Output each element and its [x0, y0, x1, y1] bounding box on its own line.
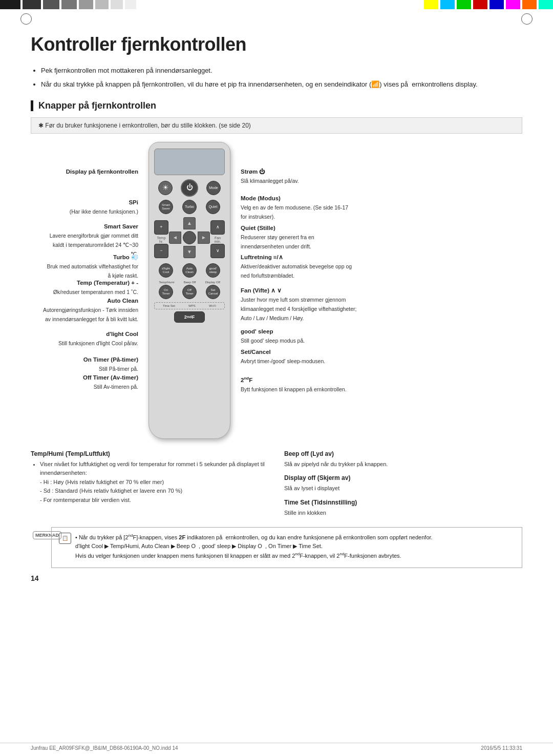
footer-left: Junfrau EE_AR09FSFK@_IB&IM_DB68-06190A-0… [31, 745, 178, 751]
temp-up-btn[interactable]: + [154, 220, 168, 235]
remote-section: Display på fjernkontrollen SPi (Har ikke… [31, 142, 522, 439]
beep-off-desc: Slå av pipelyd når du trykker på knappen… [284, 460, 522, 469]
remote-row-3: + Temphr. − ▲ ◄ ► ▼ ∧ Fanmin. [154, 217, 225, 261]
turbo-btn[interactable]: Turbo [182, 200, 197, 214]
wps-wifi-section: Time Set WPS Wi-Fi [154, 302, 225, 309]
off-timer-btn[interactable]: OffTimer [182, 285, 197, 299]
smart-saver-btn[interactable]: SmartSaver [159, 200, 173, 214]
remote-row-5: OnTimer OffTimer SetCancel [154, 285, 225, 299]
gray-block-7 [111, 0, 123, 9]
sub-labels-1: Temp/Humi Beep Off Display Off [154, 281, 225, 284]
top-color-bar [0, 0, 553, 9]
display-off-title: Display off (Skjerm av) [284, 473, 522, 482]
ann-off-timer: Off Timer (Av-timer) Still Av-timeren på… [46, 372, 138, 391]
red-block [473, 0, 487, 9]
footer-right: 2016/5/5 11:33:31 [481, 745, 522, 751]
time-set-label: Time Set [163, 304, 175, 307]
quiet-btn[interactable]: Quiet [206, 200, 220, 214]
ann-display: Display på fjernkontrollen [66, 166, 138, 176]
display-off-desc: Slå av lyset i displayet [284, 484, 522, 493]
remote-screen [154, 149, 225, 175]
bottom-section: Temp/Humi (Temp/Luftfukt) Viser nivået f… [31, 449, 522, 522]
display-off-label: Display Off [205, 281, 220, 284]
reg-mark-left [20, 13, 32, 25]
merknad-box: 📋 • Når du trykker på [2ndF]-knappen, vi… [51, 527, 522, 568]
sun-btn[interactable]: ☀ [158, 181, 173, 195]
nav-down-btn[interactable]: ▼ [183, 246, 196, 258]
temp-humi-item-1: Viser nivået for luftfuktighet og verdi … [40, 460, 269, 478]
merknad-line-1: • Når du trykker på [2ndF]-knappen, vise… [75, 533, 433, 542]
remote-body: ☀ ⏻ Mode SmartSaver Turbo Quiet + Temphr… [148, 142, 230, 439]
fan-btn-group: ∧ Fanmin. ∨ [210, 220, 225, 258]
merknad-line-3: Hvis du velger funksjonen under knappen … [75, 551, 433, 560]
ann-turbo: Turbo 💨 Bruk med automatisk viftehastigh… [46, 252, 138, 280]
ann-set-cancel: Set/Cancel Avbryt timer-/good' sleep-mod… [241, 347, 353, 365]
page-number: 14 [31, 574, 522, 582]
ann-temp: Temp (Temperatur) + - Øk/reduser tempera… [46, 278, 138, 296]
page-title: Kontroller fjernkontrollen [31, 34, 522, 55]
magenta-block [506, 0, 520, 9]
ann-fan: Fan (Vifte) ∧ ∨ Juster hvor mye luft som… [241, 285, 358, 322]
set-cancel-btn[interactable]: SetCancel [206, 285, 220, 299]
top-bar-left [0, 0, 276, 9]
fan-down-btn[interactable]: ∨ [210, 244, 225, 258]
left-annotations: Display på fjernkontrollen SPi (Har ikke… [31, 142, 143, 439]
beep-off-label: Beep Off [184, 281, 196, 284]
gray-block-8 [125, 0, 136, 9]
beep-off-title: Beep off (Lyd av) [284, 449, 522, 458]
merknad-wrapper: MERKNAD 📋 • Når du trykker på [2ndF]-kna… [51, 527, 522, 568]
gray-block-1 [0, 0, 20, 9]
intro-bullets: Pek fjernkontrollen mot mottakeren på in… [31, 66, 522, 90]
right-annotations: Strøm ⏻ Slå klimaanlegget på/av. Mode (M… [236, 142, 522, 439]
merknad-line-2: d'light Cool ▶ Temp/Humi, Auto Clean ▶ B… [75, 542, 433, 551]
remote-row-1: ☀ ⏻ Mode [154, 179, 225, 197]
nav-right-btn[interactable]: ► [198, 232, 210, 244]
dlight-cool-btn[interactable]: d'lightCool [159, 263, 173, 278]
gray-blocks [0, 0, 136, 9]
auto-clean-btn[interactable]: AutoClean [182, 263, 197, 278]
temp-humi-desc: Viser nivået for luftfuktighet og verdi … [31, 460, 269, 505]
nav-left-btn[interactable]: ◄ [169, 232, 181, 244]
page-content: Kontroller fjernkontrollen Pek fjernkont… [0, 29, 553, 598]
ann-luftretning: Luftretning ≡/∧ Aktiver/deaktiver automa… [241, 252, 358, 280]
page-footer: Junfrau EE_AR09FSFK@_IB&IM_DB68-06190A-0… [0, 743, 553, 751]
temp-btn-group: + Temphr. − [154, 220, 168, 258]
ann-quiet: Quiet (Stille) Reduserer støy generert f… [241, 223, 353, 250]
fan-up-btn[interactable]: ∧ [210, 220, 225, 235]
wifi-label: Wi-Fi [209, 304, 216, 307]
rom-item: - For romtemperatur blir verdien vist. [40, 496, 269, 505]
temp-humi-label: Temp/Humi [159, 281, 174, 284]
2ndf-btn[interactable]: 2nd F [174, 311, 205, 323]
section-title: Knapper på fjernkontrollen [31, 100, 522, 111]
blue-block [490, 0, 504, 9]
ann-good-sleep: good' sleep Still good' sleep modus på. [241, 326, 353, 345]
mode-btn[interactable]: Mode [206, 181, 221, 195]
cyan-block [440, 0, 455, 9]
temp-down-btn[interactable]: − [154, 244, 168, 258]
ann-auto-clean: Auto Clean Autorengjøringsfunksjon - Tør… [41, 296, 138, 323]
power-btn[interactable]: ⏻ [181, 179, 198, 197]
remote-control: ☀ ⏻ Mode SmartSaver Turbo Quiet + Temphr… [143, 142, 236, 439]
nav-up-btn[interactable]: ▲ [183, 217, 196, 229]
green-block [457, 0, 471, 9]
time-set-title: Time Set (Tidsinnstilling) [284, 498, 522, 507]
on-timer-btn[interactable]: OnTimer [159, 285, 173, 299]
ann-spi: SPi (Har ikke denne funksjonen.) [70, 197, 138, 216]
wps-label: WPS [188, 304, 196, 307]
sd-item: - Sd : Standard (Hvis relativ fuktighet … [40, 487, 269, 496]
temp-label: Temphr. [154, 236, 168, 243]
intro-bullet-1: Pek fjernkontrollen mot mottakeren på in… [41, 66, 522, 76]
ann-2ndf: 2ndF Bytt funksjonen til knappen på ernk… [241, 375, 353, 393]
yellow-block [424, 0, 438, 9]
bottom-right: Beep off (Lyd av) Slå av pipelyd når du … [284, 449, 522, 522]
fan-label: Fanmin. [210, 236, 225, 243]
merknad-text: • Når du trykker på [2ndF]-knappen, vise… [75, 533, 433, 560]
good-sleep-btn[interactable]: good'sleep [206, 263, 220, 278]
nav-center-btn[interactable] [183, 231, 196, 244]
top-bar-right [276, 0, 553, 9]
reg-mark-right [521, 13, 533, 25]
remote-row-2: SmartSaver Turbo Quiet [154, 200, 225, 214]
time-set-desc: Stille inn klokken [284, 509, 522, 517]
gray-block-5 [79, 0, 93, 9]
nav-cross: ▲ ◄ ► ▼ [169, 217, 210, 258]
